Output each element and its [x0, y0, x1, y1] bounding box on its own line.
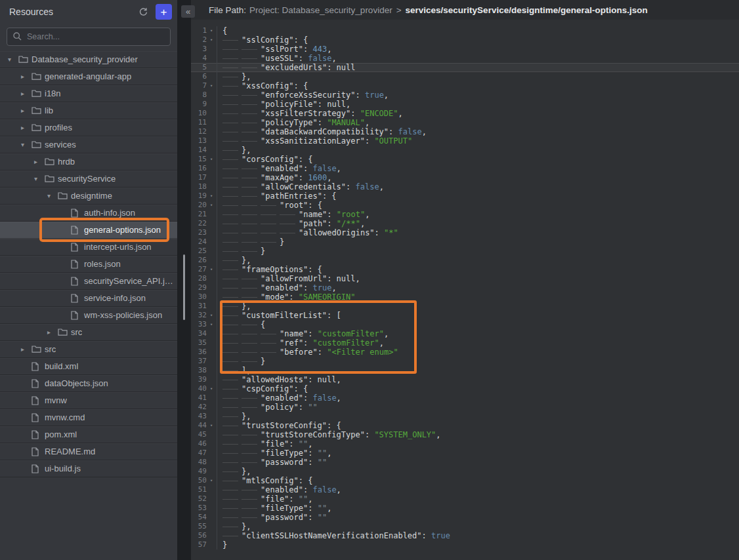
code-line-8[interactable]: 8"enforceXssSecurity": true,: [191, 90, 739, 100]
chevron-right-icon[interactable]: ▸: [46, 329, 58, 336]
fold-toggle-icon[interactable]: ▾: [207, 421, 216, 430]
code-line-40[interactable]: 40▾"cspConfig": {: [191, 384, 739, 393]
code-line-56[interactable]: 56"clientSSLHostNameVerificationEnabled"…: [191, 531, 739, 540]
tree-item-README.md[interactable]: README.md: [0, 443, 177, 460]
chevron-right-icon[interactable]: ▸: [20, 346, 32, 353]
tree-item-hrdb[interactable]: ▸hrdb: [0, 153, 177, 170]
code-line-30[interactable]: 30"mode": "SAMEORIGIN": [191, 292, 739, 302]
fold-toggle-icon[interactable]: ▾: [207, 320, 216, 329]
code-line-9[interactable]: 9"policyFile": null,: [191, 100, 739, 109]
tree-item-securityService[interactable]: ▾securityService: [0, 170, 177, 188]
code-line-42[interactable]: 42"policy": "": [191, 403, 739, 412]
code-line-43[interactable]: 43},: [191, 412, 739, 421]
tree-item-src[interactable]: ▸src: [0, 341, 177, 358]
code-line-44[interactable]: 44▾"trustStoreConfig": {: [191, 421, 739, 430]
chevron-right-icon[interactable]: ▸: [20, 124, 32, 131]
code-line-14[interactable]: 14},: [191, 146, 739, 155]
code-line-33[interactable]: 33▾{: [191, 320, 739, 329]
code-line-38[interactable]: 38],: [191, 366, 739, 375]
chevron-right-icon[interactable]: ▸: [20, 107, 32, 114]
tree-item-roles.json[interactable]: roles.json: [0, 256, 177, 273]
fold-toggle-icon[interactable]: ▾: [207, 384, 216, 393]
code-line-23[interactable]: 23"allowedOrigins": "*": [191, 228, 739, 237]
code-line-34[interactable]: 34"name": "customFilter",: [191, 329, 739, 338]
code-line-21[interactable]: 21"name": "root",: [191, 210, 739, 219]
code-line-37[interactable]: 37}: [191, 357, 739, 366]
tree-item-Database_security_provider[interactable]: ▾Database_security_provider: [0, 51, 177, 68]
tree-item-services[interactable]: ▾services: [0, 136, 177, 153]
code-line-45[interactable]: 45"trustStoreConfigType": "SYSTEM_ONLY",: [191, 430, 739, 439]
code-line-24[interactable]: 24}: [191, 237, 739, 247]
fold-toggle-icon[interactable]: ▾: [207, 311, 216, 320]
chevron-down-icon[interactable]: ▾: [46, 192, 58, 199]
tree-item-general-options.json[interactable]: general-options.json: [0, 222, 177, 239]
code-line-19[interactable]: 19▾"pathEntries": {: [191, 191, 739, 201]
fold-toggle-icon[interactable]: ▾: [207, 26, 216, 35]
code-line-3[interactable]: 3"sslPort": 443,: [191, 45, 739, 54]
code-line-6[interactable]: 6},: [191, 72, 739, 81]
code-line-41[interactable]: 41"enabled": false,: [191, 393, 739, 403]
code-line-57[interactable]: 57}: [191, 540, 739, 550]
code-editor[interactable]: 1▾{2▾"sslConfig": {3"sslPort": 443,4"use…: [191, 20, 739, 560]
code-line-15[interactable]: 15▾"corsConfig": {: [191, 155, 739, 164]
fold-toggle-icon[interactable]: ▾: [207, 476, 216, 485]
code-line-13[interactable]: 13"xssSanitizationLayer": "OUTPUT": [191, 136, 739, 146]
tree-item-pom.xml[interactable]: pom.xml: [0, 426, 177, 443]
code-line-54[interactable]: 54"password": "": [191, 513, 739, 522]
code-line-20[interactable]: 20▾"root": {: [191, 201, 739, 210]
tree-item-src[interactable]: ▸src: [0, 324, 177, 341]
sidebar-scrollbar-thumb[interactable]: [183, 254, 185, 320]
chevron-down-icon[interactable]: ▾: [20, 141, 32, 148]
code-line-12[interactable]: 12"dataBackwardCompatibility": false,: [191, 127, 739, 136]
code-line-46[interactable]: 46"file": "",: [191, 439, 739, 449]
code-line-7[interactable]: 7▾"xssConfig": {: [191, 81, 739, 90]
tree-item-generated-angular-app[interactable]: ▸generated-angular-app: [0, 68, 177, 85]
chevron-right-icon[interactable]: ▸: [20, 73, 32, 80]
code-line-32[interactable]: 32▾"customFilterList": [: [191, 311, 739, 320]
tree-item-auth-info.json[interactable]: auth-info.json: [0, 205, 177, 222]
tree-item-wm-xss-policies.json[interactable]: wm-xss-policies.json: [0, 307, 177, 324]
code-line-29[interactable]: 29"enabled": true,: [191, 283, 739, 292]
code-line-51[interactable]: 51"enabled": false,: [191, 485, 739, 494]
fold-toggle-icon[interactable]: ▾: [207, 191, 216, 201]
fold-toggle-icon[interactable]: ▾: [207, 155, 216, 164]
chevron-down-icon[interactable]: ▾: [7, 56, 18, 63]
tree-item-designtime[interactable]: ▾designtime: [0, 188, 177, 205]
code-line-48[interactable]: 48"password": "": [191, 458, 739, 467]
code-line-16[interactable]: 16"enabled": false,: [191, 164, 739, 173]
code-line-52[interactable]: 52"file": "",: [191, 494, 739, 504]
code-line-53[interactable]: 53"fileType": "",: [191, 504, 739, 513]
code-line-5[interactable]: 5"excludedUrls": null: [191, 63, 739, 72]
tree-item-mvnw[interactable]: mvnw: [0, 392, 177, 409]
collapse-sidebar-button[interactable]: «: [181, 5, 195, 18]
code-line-4[interactable]: 4"useSSL": false,: [191, 54, 739, 63]
code-line-25[interactable]: 25}: [191, 247, 739, 256]
tree-item-dataObjects.json[interactable]: dataObjects.json: [0, 375, 177, 392]
tree-item-mvnw.cmd[interactable]: mvnw.cmd: [0, 409, 177, 426]
search-input[interactable]: [7, 28, 171, 46]
code-line-28[interactable]: 28"allowFromUrl": null,: [191, 274, 739, 283]
tree-item-i18n[interactable]: ▸i18n: [0, 85, 177, 102]
tree-item-service-info.json[interactable]: service-info.json: [0, 290, 177, 307]
code-line-22[interactable]: 22"path": "/**",: [191, 219, 739, 228]
fold-toggle-icon[interactable]: ▾: [207, 35, 216, 45]
tree-item-ui-build.js[interactable]: ui-build.js: [0, 460, 177, 477]
code-line-49[interactable]: 49},: [191, 467, 739, 476]
tree-item-build.xml[interactable]: build.xml: [0, 358, 177, 375]
code-line-39[interactable]: 39"allowedHosts": null,: [191, 375, 739, 384]
code-line-1[interactable]: 1▾{: [191, 26, 739, 35]
code-line-11[interactable]: 11"policyType": "MANUAL",: [191, 118, 739, 127]
code-line-36[interactable]: 36"before": "<Filter enum>": [191, 348, 739, 357]
code-line-26[interactable]: 26},: [191, 256, 739, 265]
code-line-18[interactable]: 18"allowCredentials": false,: [191, 182, 739, 191]
code-line-10[interactable]: 10"xssFilterStrategy": "ENCODE",: [191, 109, 739, 118]
code-line-47[interactable]: 47"fileType": "",: [191, 449, 739, 458]
code-line-55[interactable]: 55},: [191, 522, 739, 531]
fold-toggle-icon[interactable]: ▾: [207, 81, 216, 90]
chevron-right-icon[interactable]: ▸: [20, 90, 32, 97]
tree-item-intercept-urls.json[interactable]: intercept-urls.json: [0, 239, 177, 256]
chevron-right-icon[interactable]: ▸: [33, 158, 45, 165]
tree-item-profiles[interactable]: ▸profiles: [0, 119, 177, 136]
tree-item-lib[interactable]: ▸lib: [0, 102, 177, 119]
add-resource-button[interactable]: +: [156, 4, 172, 20]
